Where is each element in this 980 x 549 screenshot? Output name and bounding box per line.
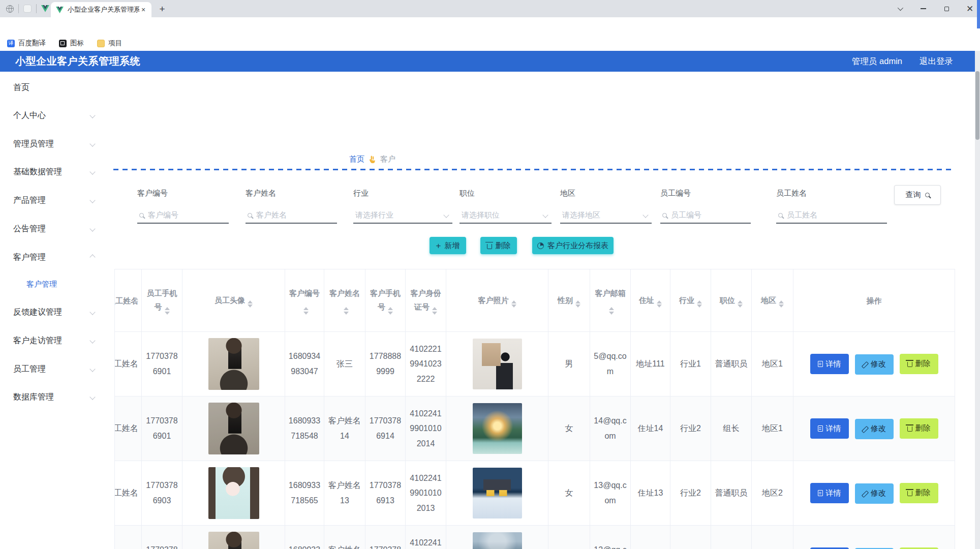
- placeholder-text: 请选择地区: [562, 210, 600, 220]
- yellow-folder-icon: [97, 40, 105, 47]
- sidebar-item-数据库管理[interactable]: 数据库管理: [13, 391, 95, 403]
- search-icon: [662, 213, 667, 218]
- bookmark-baidu-translate[interactable]: 译 百度翻译: [7, 39, 46, 48]
- bookmark-icons[interactable]: 图标: [59, 39, 84, 48]
- window-minimize-button[interactable]: [918, 4, 928, 14]
- pinned-tab-vue[interactable]: [41, 5, 49, 12]
- row-detail-button[interactable]: 详情: [810, 483, 849, 503]
- browser-tab-active[interactable]: 小型企业客户关系管理系统 ×: [51, 2, 151, 17]
- sidebar-item-员工管理[interactable]: 员工管理: [13, 363, 95, 375]
- input-员工姓名[interactable]: 员工姓名: [776, 207, 887, 224]
- chevron-down-icon: [542, 212, 548, 218]
- select-地区[interactable]: 请选择地区: [560, 207, 652, 224]
- search-button[interactable]: 查询: [894, 185, 941, 205]
- row-del-button[interactable]: 删除: [900, 354, 938, 374]
- add-button[interactable]: + 新增: [430, 237, 466, 254]
- sort-caret-icon[interactable]: [248, 300, 253, 308]
- chevron-down-icon: [89, 366, 95, 372]
- tab-separator: [36, 4, 37, 13]
- sidebar-item-管理员管理[interactable]: 管理员管理: [13, 138, 95, 149]
- row-detail-button[interactable]: 详情: [810, 354, 849, 374]
- sort-caret-icon[interactable]: [697, 300, 702, 308]
- sort-caret-icon[interactable]: [779, 300, 784, 308]
- row-del-button[interactable]: 删除: [900, 418, 938, 439]
- cell-email: 5@qq.com: [590, 332, 631, 396]
- window-close-button[interactable]: ✕: [965, 4, 975, 14]
- window-maximize-button[interactable]: [941, 4, 952, 14]
- select-行业[interactable]: 请选择行业: [353, 207, 452, 224]
- row-edit-button[interactable]: 修改: [855, 419, 894, 439]
- cell-ops: 详情修改删除: [793, 526, 955, 549]
- column-header-cust_idcard[interactable]: 客户身份证号: [406, 269, 446, 332]
- column-header-cust_id[interactable]: 客户编号: [285, 269, 324, 332]
- placeholder-text: 请选择行业: [355, 210, 393, 220]
- column-header-emp_name[interactable]: 员工姓名: [115, 269, 142, 332]
- select-职位[interactable]: 请选择职位: [460, 207, 552, 224]
- sidebar-item-首页[interactable]: 首页: [13, 82, 95, 93]
- column-header-region[interactable]: 地区: [752, 269, 793, 332]
- breadcrumb-home-link[interactable]: 首页: [349, 155, 364, 164]
- filter-field-地区: 地区请选择地区: [560, 189, 652, 224]
- sort-caret-icon[interactable]: [511, 300, 516, 308]
- sidebar-item-公告管理[interactable]: 公告管理: [13, 223, 95, 234]
- row-del-button[interactable]: 删除: [900, 483, 938, 503]
- column-header-emp_phone[interactable]: 员工手机号: [142, 269, 182, 332]
- sort-caret-icon[interactable]: [657, 300, 662, 308]
- column-header-email[interactable]: 客户邮箱: [590, 269, 631, 332]
- new-tab-button[interactable]: +: [157, 4, 168, 15]
- sort-caret-icon[interactable]: [133, 297, 138, 304]
- column-header-cust_phone[interactable]: 客户手机号: [365, 269, 406, 332]
- search-icon: [778, 213, 783, 218]
- globe-icon[interactable]: [6, 5, 14, 13]
- table-row: 员工姓名177037869011680933718569客户姓名12177037…: [115, 526, 955, 549]
- row-detail-button[interactable]: 详情: [810, 418, 849, 439]
- sort-caret-icon[interactable]: [609, 307, 614, 315]
- input-客户编号[interactable]: 客户编号: [137, 207, 229, 224]
- search-icon: [248, 213, 252, 218]
- sidebar-item-客户管理-sub[interactable]: 客户管理: [26, 279, 93, 290]
- sidebar-item-客户管理[interactable]: 客户管理: [13, 252, 95, 263]
- row-edit-button[interactable]: 修改: [855, 483, 894, 504]
- input-客户姓名[interactable]: 客户姓名: [246, 207, 337, 224]
- sidebar-item-客户走访管理[interactable]: 客户走访管理: [13, 335, 95, 346]
- cell-email: 14@qq.com: [590, 396, 631, 461]
- column-header-gender[interactable]: 性别: [548, 269, 590, 332]
- bookmark-project[interactable]: 项目: [97, 39, 122, 48]
- pinned-tab-blank[interactable]: [23, 5, 32, 13]
- sidebar-item-产品管理[interactable]: 产品管理: [13, 195, 95, 206]
- sort-caret-icon[interactable]: [738, 300, 743, 308]
- sidebar-item-反馈建议管理[interactable]: 反馈建议管理: [13, 307, 95, 318]
- sort-caret-icon[interactable]: [388, 307, 393, 315]
- cell-cust_photo: [446, 396, 548, 461]
- sort-caret-icon[interactable]: [165, 307, 170, 315]
- sort-caret-icon[interactable]: [575, 300, 580, 308]
- browser-tabstrip: 小型企业客户关系管理系统 × + ✕: [0, 0, 980, 17]
- column-header-cust_name[interactable]: 客户姓名: [324, 269, 365, 332]
- input-员工编号[interactable]: 员工编号: [660, 207, 751, 224]
- column-header-address[interactable]: 住址: [631, 269, 670, 332]
- sidebar-item-基础数据管理[interactable]: 基础数据管理: [13, 166, 95, 177]
- industry-report-button[interactable]: 客户行业分布报表: [532, 237, 614, 254]
- filter-field-员工编号: 员工编号员工编号: [660, 189, 751, 224]
- logout-link[interactable]: 退出登录: [920, 56, 953, 67]
- sort-caret-icon[interactable]: [432, 307, 437, 315]
- column-header-cust_photo[interactable]: 客户照片: [446, 269, 548, 332]
- row-del-button[interactable]: 删除: [900, 547, 938, 549]
- cell-address: 住址13: [631, 461, 670, 526]
- page-scrollbar[interactable]: [975, 51, 980, 549]
- cell-cust_id: 1680934983047: [285, 332, 324, 396]
- scrollbar-thumb[interactable]: [975, 71, 979, 140]
- tab-close-icon[interactable]: ×: [139, 6, 147, 14]
- sidebar-item-个人中心[interactable]: 个人中心: [13, 110, 95, 121]
- sort-caret-icon[interactable]: [303, 307, 309, 315]
- column-header-emp_avatar[interactable]: 员工头像: [182, 269, 285, 332]
- cell-position: 组长: [711, 396, 752, 461]
- tab-search-chevron-icon[interactable]: [895, 4, 905, 14]
- column-header-position[interactable]: 职位: [711, 269, 752, 332]
- document-icon: [818, 425, 823, 432]
- row-edit-button[interactable]: 修改: [855, 354, 894, 375]
- delete-button[interactable]: 删除: [480, 237, 517, 254]
- sort-caret-icon[interactable]: [344, 307, 349, 315]
- column-header-industry[interactable]: 行业: [670, 269, 711, 332]
- browser-toolbar: ← → ↻ localhost:8081/#/kehu ☆ ⋮: [0, 17, 980, 36]
